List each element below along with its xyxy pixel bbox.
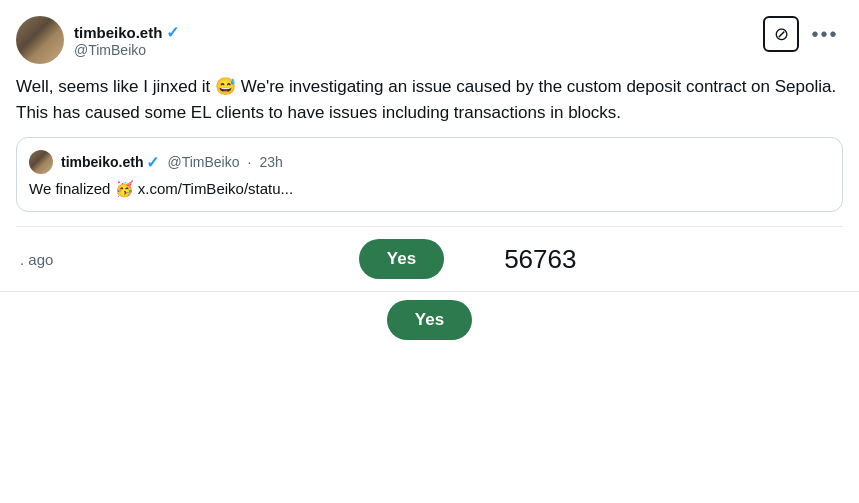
verified-badge-icon: ✓ (166, 23, 179, 42)
tweet-card: timbeiko.eth ✓ @TimBeiko ⊘ ••• Well, see… (0, 0, 859, 292)
avatar (16, 16, 64, 64)
username: @TimBeiko (74, 42, 179, 58)
display-name: timbeiko.eth ✓ (74, 23, 179, 42)
bottom-bar: Yes (0, 292, 859, 340)
tweet-header: timbeiko.eth ✓ @TimBeiko ⊘ ••• (16, 16, 843, 64)
footer-time: . ago (16, 251, 359, 268)
vote-yes-button[interactable]: Yes (359, 239, 444, 279)
mute-icon: ⊘ (774, 23, 789, 45)
tweet-body: Well, seems like I jinxed it 😅 We're inv… (16, 74, 843, 125)
quoted-display-name: timbeiko.eth ✓ (61, 153, 159, 172)
bottom-vote-button[interactable]: Yes (387, 300, 472, 340)
tweet-header-left: timbeiko.eth ✓ @TimBeiko (16, 16, 179, 64)
more-options-icon: ••• (811, 23, 838, 46)
vote-count: 56763 (504, 244, 843, 275)
display-name-text: timbeiko.eth (74, 24, 162, 41)
quoted-time-separator: · (248, 154, 252, 170)
mute-button[interactable]: ⊘ (763, 16, 799, 52)
tweet-actions: ⊘ ••• (763, 16, 843, 52)
quoted-tweet-header: timbeiko.eth ✓ @TimBeiko · 23h (29, 150, 830, 174)
quoted-verified-icon: ✓ (146, 153, 159, 172)
quoted-tweet[interactable]: timbeiko.eth ✓ @TimBeiko · 23h We finali… (16, 137, 843, 212)
tweet-footer: . ago Yes 56763 (16, 226, 843, 291)
user-info: timbeiko.eth ✓ @TimBeiko (74, 23, 179, 58)
avatar-image (16, 16, 64, 64)
quoted-avatar (29, 150, 53, 174)
quoted-tweet-body: We finalized 🥳 x.com/TimBeiko/statu... (29, 178, 830, 199)
tweet-text: Well, seems like I jinxed it 😅 We're inv… (16, 77, 836, 122)
quoted-time: 23h (259, 154, 282, 170)
more-button[interactable]: ••• (807, 16, 843, 52)
quoted-handle: @TimBeiko (167, 154, 239, 170)
